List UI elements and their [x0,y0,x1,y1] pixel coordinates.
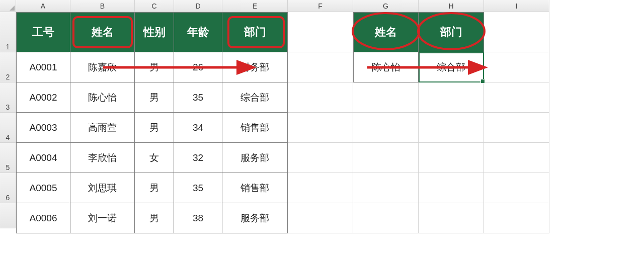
col-head-H[interactable]: H [419,0,484,12]
col-head-A[interactable]: A [16,0,70,12]
col-head-B[interactable]: B [70,0,135,12]
cell-F3[interactable] [288,82,353,113]
cell-I6[interactable] [484,173,549,203]
cell-D3[interactable]: 35 [174,82,222,113]
hdr-C1[interactable]: 性别 [135,12,174,52]
row-header-col: 1 2 3 4 5 6 [0,12,16,228]
row-head-2[interactable]: 2 [0,52,16,82]
row-head-3[interactable]: 3 [0,82,16,113]
cell-E3[interactable]: 综合部 [222,82,288,113]
hdr-H1[interactable]: 部门 [419,12,484,52]
cell-A3[interactable]: A0002 [16,82,70,113]
col-head-F[interactable]: F [288,0,353,12]
cell-C7[interactable]: 男 [135,203,174,233]
col-head-E[interactable]: E [222,0,288,12]
cell-G6[interactable] [353,173,419,203]
cell-E7[interactable]: 服务部 [222,203,288,233]
cell-D7[interactable]: 38 [174,203,222,233]
cell-I3[interactable] [484,82,549,113]
col-head-I[interactable]: I [484,0,549,12]
cell-A4[interactable]: A0003 [16,113,70,143]
cell-F5[interactable] [288,143,353,173]
cell-I4[interactable] [484,113,549,143]
row-head-5[interactable]: 5 [0,143,16,173]
cell-H7[interactable] [419,203,484,233]
cell-B7[interactable]: 刘一诺 [70,203,135,233]
cell-E6[interactable]: 销售部 [222,173,288,203]
cell-G7[interactable] [353,203,419,233]
row-head-1[interactable]: 1 [0,12,16,52]
cell-F4[interactable] [288,113,353,143]
select-all-corner[interactable] [0,0,16,12]
cell-I1[interactable] [484,12,549,52]
cell-D5[interactable]: 32 [174,143,222,173]
cell-D6[interactable]: 35 [174,173,222,203]
cell-H6[interactable] [419,173,484,203]
col-head-D[interactable]: D [174,0,222,12]
cell-F6[interactable] [288,173,353,203]
row-head-4[interactable]: 4 [0,113,16,143]
cell-D4[interactable]: 34 [174,113,222,143]
hdr-G1[interactable]: 姓名 [353,12,419,52]
col-head-C[interactable]: C [135,0,174,12]
cell-G4[interactable] [353,113,419,143]
cell-A7[interactable]: A0006 [16,203,70,233]
cell-E4[interactable]: 销售部 [222,113,288,143]
col-head-G[interactable]: G [353,0,419,12]
cell-H3[interactable] [419,82,484,113]
hdr-A1[interactable]: 工号 [16,12,70,52]
column-header-row: A B C D E F G H I [0,0,549,12]
cell-E2[interactable]: 财务部 [222,52,288,82]
cell-I7[interactable] [484,203,549,233]
cell-F1[interactable] [288,12,353,52]
cell-F7[interactable] [288,203,353,233]
cell-I5[interactable] [484,143,549,173]
cell-C5[interactable]: 女 [135,143,174,173]
cell-G3[interactable] [353,82,419,113]
cell-A6[interactable]: A0005 [16,173,70,203]
row-head-7[interactable] [0,203,16,228]
cell-H2[interactable]: 综合部 [419,52,484,82]
hdr-E1[interactable]: 部门 [222,12,288,52]
cell-A5[interactable]: A0004 [16,143,70,173]
cell-B4[interactable]: 高雨萱 [70,113,135,143]
cell-E5[interactable]: 服务部 [222,143,288,173]
hdr-B1[interactable]: 姓名 [70,12,135,52]
cell-H5[interactable] [419,143,484,173]
cell-D2[interactable]: 26 [174,52,222,82]
spreadsheet[interactable]: A B C D E F G H I 1 2 3 4 5 6 工号 姓名 性别 年… [0,0,644,255]
row-head-6[interactable]: 6 [0,173,16,203]
cell-B6[interactable]: 刘思琪 [70,173,135,203]
cell-C4[interactable]: 男 [135,113,174,143]
cell-C6[interactable]: 男 [135,173,174,203]
cell-A2[interactable]: A0001 [16,52,70,82]
cell-C2[interactable]: 男 [135,52,174,82]
cell-F2[interactable] [288,52,353,82]
cell-I2[interactable] [484,52,549,82]
cell-G2[interactable]: 陈心怡 [353,52,419,82]
cell-G5[interactable] [353,143,419,173]
cell-H4[interactable] [419,113,484,143]
cell-B5[interactable]: 李欣怡 [70,143,135,173]
cell-B3[interactable]: 陈心怡 [70,82,135,113]
cell-B2[interactable]: 陈嘉欣 [70,52,135,82]
cell-C3[interactable]: 男 [135,82,174,113]
hdr-D1[interactable]: 年龄 [174,12,222,52]
